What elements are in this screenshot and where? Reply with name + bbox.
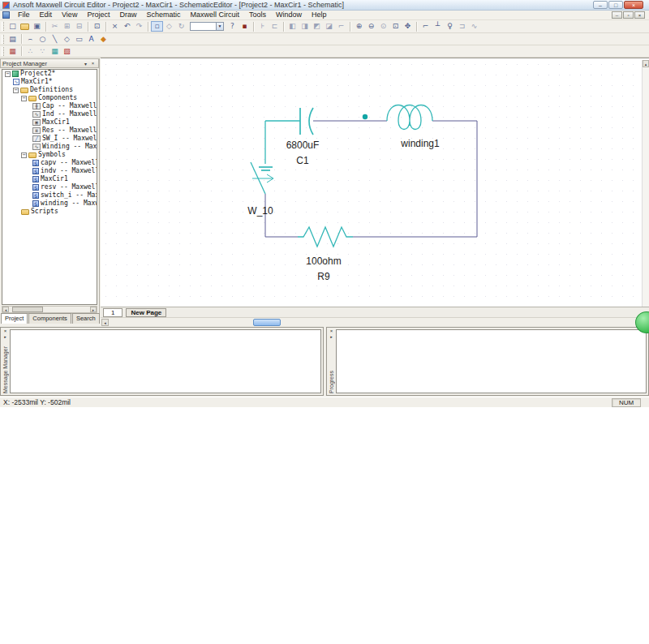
menu-view[interactable]: View <box>57 11 82 19</box>
delete-icon[interactable]: × <box>109 21 121 32</box>
print-icon[interactable]: ⊡ <box>91 21 103 32</box>
capacitor-value-label[interactable]: 6800uF <box>286 140 320 151</box>
zoom-out-icon[interactable]: ⊖ <box>365 21 377 32</box>
copy-icon[interactable]: ⊞ <box>61 21 73 32</box>
menu-maxwell-circuit[interactable]: Maxwell Circuit <box>185 11 244 19</box>
hscroll-thumb[interactable] <box>12 307 43 312</box>
mdi-minimize-button[interactable]: – <box>612 11 622 19</box>
minimize-button[interactable]: – <box>593 1 608 9</box>
components[interactable] <box>251 105 432 247</box>
menu-window[interactable]: Window <box>271 11 307 19</box>
tree-item-maxcir1[interactable]: ▣ MaxCir1 <box>2 118 97 127</box>
tree-item-project[interactable]: − Project2* <box>2 70 97 78</box>
menu-draw[interactable]: Draw <box>114 11 141 19</box>
scroll-right-icon[interactable]: ▸ <box>90 307 97 312</box>
tab-components[interactable]: Components <box>28 313 71 324</box>
sheet-icon[interactable]: ▤ <box>6 34 19 45</box>
snap-icon[interactable]: ⊦ <box>256 21 269 32</box>
tree-item-maxcir1-symbol[interactable]: S MaxCir1 <box>2 175 97 183</box>
collapse-icon[interactable]: − <box>5 71 11 77</box>
toolbar-grip[interactable] <box>2 47 4 56</box>
flip-icon[interactable]: ◩ <box>311 21 323 32</box>
probe-tool-icon[interactable]: ♀ <box>444 21 456 32</box>
line-tool-icon[interactable]: ╲ <box>49 34 61 45</box>
collapse-icon[interactable]: − <box>21 96 27 101</box>
collapse-icon[interactable]: − <box>21 152 27 158</box>
panel-close-icon[interactable]: × <box>4 328 7 334</box>
page-tab-1[interactable]: 1 <box>103 308 122 317</box>
annotation-icon[interactable]: ▧ <box>61 46 73 57</box>
color-tool-icon[interactable]: ◆ <box>97 34 110 45</box>
toolbar-grip[interactable] <box>2 35 4 44</box>
panel-pin-icon[interactable]: ▾ <box>82 61 89 67</box>
wires[interactable] <box>265 121 477 237</box>
mirror-horizontal-icon[interactable]: ◧ <box>286 21 299 32</box>
tree-item-scripts[interactable]: Scripts <box>2 208 97 216</box>
winding-name-label[interactable]: winding1 <box>400 138 440 149</box>
tree-item-resv[interactable]: S resv -- Maxwell <box>2 183 97 191</box>
tree-item-capv[interactable]: S capv -- Maxwell <box>2 159 97 167</box>
new-file-icon[interactable]: □ <box>6 21 19 32</box>
tree-item-components[interactable]: − Components <box>2 94 97 102</box>
open-file-icon[interactable] <box>20 24 29 30</box>
tree-item-winding-symbol[interactable]: S winding -- Maxwe <box>2 200 97 208</box>
grid-lines-icon[interactable]: ∵ <box>37 46 49 57</box>
hscroll-thumb[interactable] <box>253 319 281 326</box>
progress-content[interactable] <box>336 329 647 393</box>
maximize-button[interactable]: □ <box>608 1 623 9</box>
move-icon[interactable]: ◇ <box>163 21 175 32</box>
grid-dots-icon[interactable]: ∴ <box>24 46 37 57</box>
stop-icon[interactable]: ▪ <box>239 21 251 32</box>
save-icon[interactable]: ▣ <box>31 21 43 32</box>
message-manager-content[interactable] <box>10 329 321 393</box>
menu-project[interactable]: Project <box>82 11 114 19</box>
tab-search[interactable]: Search <box>72 313 100 324</box>
inductor-coil[interactable] <box>387 105 432 130</box>
tree-item-maxcir[interactable]: ∿ MaxCir1* <box>2 78 97 86</box>
panel-close-icon[interactable]: × <box>89 61 97 66</box>
tree-item-symbols[interactable]: − Symbols <box>2 151 97 159</box>
paste-icon[interactable]: ⊟ <box>73 21 85 32</box>
mirror-vertical-icon[interactable]: ◨ <box>299 21 311 32</box>
redo-icon[interactable]: ↷ <box>133 21 145 32</box>
tree-item-ind[interactable]: ∿ Ind -- Maxwell C <box>2 110 97 118</box>
switch-name-label[interactable]: W_10 <box>247 205 273 217</box>
node-dot[interactable] <box>363 114 367 119</box>
menu-schematic[interactable]: Schematic <box>141 11 185 19</box>
bus-tool-icon[interactable]: ⊐ <box>456 21 468 32</box>
schematic-canvas[interactable]: 6800uF C1 winding1 W_10 100ohm R9 ▴ <box>101 59 649 307</box>
align-icon[interactable]: ◪ <box>323 21 335 32</box>
panel-pin-icon[interactable]: ▸ <box>4 334 6 340</box>
mdi-restore-button[interactable]: ▫ <box>623 11 634 19</box>
rotate-icon[interactable]: ↻ <box>175 21 187 32</box>
project-tree-hscrollbar[interactable]: ◂ ▸ <box>2 306 97 313</box>
ground-tool-icon[interactable]: ┴ <box>432 21 444 32</box>
toolbar-grip[interactable] <box>2 22 4 31</box>
zoom-fit-icon[interactable]: ⊙ <box>377 21 389 32</box>
select-mode-icon[interactable]: ▫ <box>151 21 163 32</box>
swap-icon[interactable]: ⌐ <box>335 21 347 32</box>
capacitor-name-label[interactable]: C1 <box>296 155 309 166</box>
schematic-hscrollbar[interactable]: ◂ <box>101 317 649 327</box>
table-icon[interactable]: ▦ <box>49 46 61 57</box>
text-tool-icon[interactable]: A <box>85 34 97 45</box>
resistor-value-label[interactable]: 100ohm <box>306 255 341 267</box>
capacitor-plate-right[interactable] <box>309 108 313 135</box>
resistor-zigzag[interactable] <box>298 227 353 247</box>
resistor-name-label[interactable]: R9 <box>317 271 330 282</box>
zoom-in-icon[interactable]: ⊕ <box>353 21 365 32</box>
tree-item-winding[interactable]: ∿ Winding -- Maxwe <box>2 143 97 151</box>
ruler-icon[interactable]: ▦ <box>6 46 19 57</box>
collapse-icon[interactable]: − <box>13 88 19 93</box>
circle-tool-icon[interactable]: ○ <box>37 34 49 45</box>
scroll-up-icon[interactable]: ▴ <box>643 60 649 67</box>
help-pointer-icon[interactable]: ? <box>226 21 239 32</box>
wire-tool-icon[interactable]: ⌐ <box>419 21 432 32</box>
polygon-tool-icon[interactable]: ◇ <box>61 34 73 45</box>
tab-project[interactable]: Project <box>1 313 28 324</box>
menu-help[interactable]: Help <box>307 11 332 19</box>
scroll-left-icon[interactable]: ◂ <box>2 307 9 312</box>
scroll-left-icon[interactable]: ◂ <box>101 319 109 326</box>
menu-edit[interactable]: Edit <box>35 11 58 19</box>
panel-close-icon[interactable]: × <box>330 328 333 334</box>
